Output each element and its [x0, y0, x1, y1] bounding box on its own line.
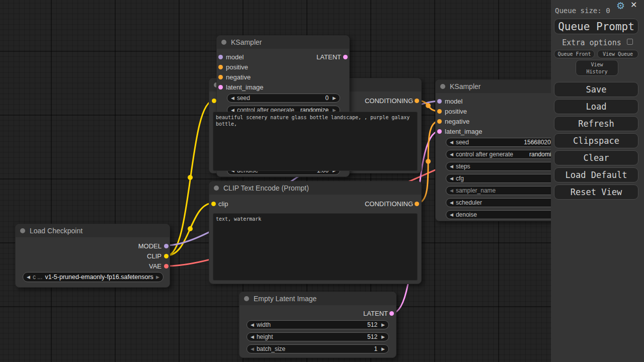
comfy-menu: Queue size: 0 ⚙ ✕ Queue Prompt Extra opt… — [551, 0, 644, 362]
decrement-arrow-icon[interactable] — [231, 94, 234, 103]
clip-input-slot[interactable] — [212, 99, 216, 103]
vae-output-slot[interactable] — [164, 264, 169, 268]
decrement-arrow-icon[interactable] — [251, 332, 254, 341]
extra-options-checkbox[interactable] — [627, 39, 633, 45]
refresh-button[interactable]: Refresh — [554, 116, 638, 131]
queue-prompt-button[interactable]: Queue Prompt — [554, 19, 638, 34]
collapse-dot[interactable] — [214, 186, 219, 191]
clip-output-slot[interactable] — [164, 254, 169, 258]
decrement-arrow-icon[interactable] — [450, 174, 453, 183]
latent-output-slot[interactable] — [389, 311, 394, 316]
prev-option-arrow-icon[interactable] — [450, 150, 453, 159]
decrement-arrow-icon[interactable] — [450, 162, 453, 171]
model-output-slot[interactable] — [164, 244, 169, 248]
latent-output-slot[interactable] — [343, 55, 348, 59]
model-input-slot[interactable] — [218, 55, 223, 59]
prev-option-arrow-icon[interactable] — [450, 186, 453, 195]
negative-input-label: negative — [226, 73, 251, 81]
increment-arrow-icon[interactable] — [381, 332, 385, 341]
latent-output-label: LATENT — [316, 53, 341, 61]
seed-widget[interactable]: seed 0 — [227, 94, 340, 103]
latent-image-input-slot[interactable] — [437, 129, 442, 134]
increment-arrow-icon[interactable] — [381, 320, 385, 329]
latent-image-input-label: latent_image — [226, 83, 263, 92]
model-input-slot[interactable] — [437, 99, 442, 104]
ckpt-name-widget[interactable]: c ... v1-5-pruned-emaonly-fp16.safetenso… — [23, 272, 164, 282]
conditioning-output-label: CONDITIONING — [365, 200, 413, 208]
clip-input-label: clip — [218, 200, 228, 208]
link-midpoint-dot — [188, 226, 193, 231]
positive-input-label: positive — [226, 63, 248, 71]
link-midpoint-dot — [426, 103, 431, 108]
collapse-dot[interactable] — [440, 84, 445, 89]
conditioning-output-label: CONDITIONING — [365, 97, 413, 105]
negative-input-label: negative — [445, 118, 469, 126]
increment-arrow-icon[interactable] — [333, 94, 336, 103]
collapse-dot[interactable] — [221, 40, 226, 45]
extra-options-label: Extra options — [551, 38, 632, 47]
collapse-dot[interactable] — [20, 228, 25, 233]
conditioning-output-slot[interactable] — [415, 99, 419, 103]
width-widget[interactable]: width 512 — [247, 320, 389, 329]
load-default-button[interactable]: Load Default — [554, 167, 638, 183]
queue-front-button[interactable]: Queue Front — [554, 50, 595, 58]
node-title[interactable]: KSampler — [217, 36, 349, 49]
reset-view-button[interactable]: Reset View — [554, 185, 638, 200]
queue-size-label: Queue size: 0 — [555, 5, 640, 16]
clear-button[interactable]: Clear — [554, 150, 638, 165]
positive-input-slot[interactable] — [437, 109, 442, 114]
link-midpoint-dot — [426, 159, 431, 164]
batch-size-widget[interactable]: batch_size 1 — [247, 344, 389, 353]
increment-arrow-icon[interactable] — [381, 344, 385, 353]
load-checkpoint-node[interactable]: Load Checkpoint MODEL CLIP VAE c ... v1-… — [15, 224, 170, 288]
latent-image-input-label: latent_image — [445, 128, 482, 136]
decrement-arrow-icon[interactable] — [450, 210, 453, 219]
vae-output-label: VAE — [149, 262, 162, 270]
load-button[interactable]: Load — [554, 99, 638, 114]
collapse-dot[interactable] — [244, 296, 249, 301]
latent-output-label: LATENT — [363, 310, 388, 318]
next-option-arrow-icon[interactable] — [156, 273, 159, 282]
positive-prompt-textarea[interactable]: beautiful scenery nature glass bottle la… — [213, 112, 418, 171]
decrement-arrow-icon[interactable] — [251, 320, 254, 329]
link-midpoint-dot — [188, 175, 193, 180]
prev-option-arrow-icon[interactable] — [27, 273, 30, 282]
node-title[interactable]: CLIP Text Encode (Prompt) — [209, 182, 421, 195]
positive-input-slot[interactable] — [218, 65, 223, 69]
settings-gear-icon[interactable]: ⚙ — [616, 0, 625, 11]
save-button[interactable]: Save — [554, 82, 638, 97]
model-input-label: model — [226, 53, 244, 61]
node-title[interactable]: Empty Latent Image — [239, 292, 396, 305]
view-history-button[interactable]: View History — [576, 60, 618, 76]
conditioning-output-slot[interactable] — [415, 202, 419, 206]
empty-latent-image-node[interactable]: Empty Latent Image LATENT width 512 heig… — [239, 292, 396, 358]
clipspace-button[interactable]: Clipspace — [554, 133, 638, 148]
clip-output-label: CLIP — [147, 252, 162, 260]
model-input-label: model — [445, 98, 462, 106]
model-output-label: MODEL — [138, 242, 162, 250]
negative-input-slot[interactable] — [218, 75, 223, 79]
decrement-arrow-icon[interactable] — [450, 138, 453, 147]
node-title[interactable]: Load Checkpoint — [16, 224, 170, 237]
negative-input-slot[interactable] — [437, 119, 442, 124]
view-history-line1: View — [576, 61, 618, 68]
latent-image-input-slot[interactable] — [218, 85, 223, 89]
view-queue-button[interactable]: View Queue — [597, 50, 638, 58]
clip-input-slot[interactable] — [211, 202, 216, 206]
positive-input-label: positive — [445, 108, 467, 116]
decrement-arrow-icon[interactable] — [251, 344, 254, 353]
negative-prompt-textarea[interactable]: text, watermark — [213, 213, 418, 281]
close-icon[interactable]: ✕ — [630, 0, 637, 10]
view-history-line2: History — [576, 68, 618, 75]
height-widget[interactable]: height 512 — [247, 332, 389, 341]
prev-option-arrow-icon[interactable] — [450, 198, 453, 207]
